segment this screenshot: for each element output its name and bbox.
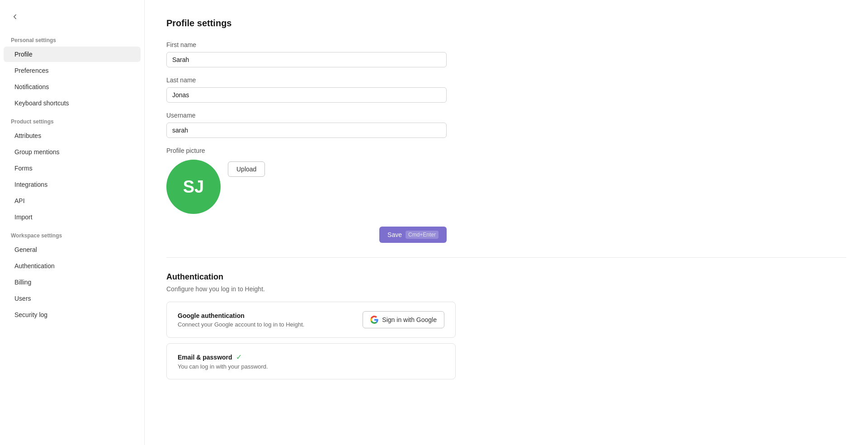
username-input[interactable] — [166, 123, 447, 138]
save-shortcut: Cmd+Enter — [406, 231, 439, 239]
avatar: SJ — [166, 160, 221, 214]
email-password-title: Email & password — [178, 354, 232, 361]
username-label: Username — [166, 112, 447, 119]
email-password-header: Email & password ✓ — [178, 353, 444, 361]
google-auth-card: Google authentication Connect your Googl… — [166, 302, 456, 338]
last-name-label: Last name — [166, 76, 447, 84]
google-icon — [370, 316, 378, 324]
back-icon — [11, 13, 19, 21]
save-button[interactable]: Save Cmd+Enter — [379, 227, 447, 243]
last-name-input[interactable] — [166, 87, 447, 103]
google-auth-description: Connect your Google account to log in to… — [178, 321, 304, 328]
check-icon: ✓ — [236, 353, 242, 361]
email-password-description: You can log in with your password. — [178, 363, 444, 370]
upload-button[interactable]: Upload — [228, 161, 265, 177]
sidebar: Personal settings Profile Preferences No… — [0, 0, 145, 445]
section-divider — [166, 257, 846, 258]
first-name-input[interactable] — [166, 52, 447, 67]
sidebar-item-forms[interactable]: Forms — [4, 161, 141, 176]
sidebar-item-keyboard-shortcuts[interactable]: Keyboard shortcuts — [4, 95, 141, 111]
main-content: Profile settings First name Last name Us… — [145, 0, 868, 445]
google-auth-title: Google authentication — [178, 312, 304, 319]
sidebar-item-attributes[interactable]: Attributes — [4, 128, 141, 143]
email-password-card: Email & password ✓ You can log in with y… — [166, 343, 456, 379]
profile-picture-row: SJ Upload — [166, 160, 846, 214]
authentication-subtitle: Configure how you log in to Height. — [166, 285, 846, 293]
google-auth-info: Google authentication Connect your Googl… — [178, 312, 304, 328]
profile-picture-label: Profile picture — [166, 147, 846, 154]
first-name-label: First name — [166, 41, 447, 48]
sidebar-item-api[interactable]: API — [4, 193, 141, 208]
sidebar-item-general[interactable]: General — [4, 242, 141, 257]
google-signin-button[interactable]: Sign in with Google — [363, 311, 444, 328]
sidebar-item-authentication[interactable]: Authentication — [4, 258, 141, 274]
sidebar-item-notifications[interactable]: Notifications — [4, 79, 141, 95]
google-signin-label: Sign in with Google — [382, 316, 437, 323]
first-name-group: First name — [166, 41, 447, 67]
sidebar-item-security-log[interactable]: Security log — [4, 307, 141, 322]
profile-picture-section: Profile picture SJ Upload — [166, 147, 846, 214]
authentication-section: Authentication Configure how you log in … — [166, 272, 846, 379]
sidebar-item-preferences[interactable]: Preferences — [4, 63, 141, 78]
authentication-title: Authentication — [166, 272, 846, 282]
last-name-group: Last name — [166, 76, 447, 103]
sidebar-item-integrations[interactable]: Integrations — [4, 177, 141, 192]
sidebar-item-group-mentions[interactable]: Group mentions — [4, 144, 141, 160]
username-group: Username — [166, 112, 447, 138]
workspace-settings-label: Workspace settings — [0, 225, 144, 241]
save-row: Save Cmd+Enter — [166, 227, 447, 243]
sidebar-item-users[interactable]: Users — [4, 291, 141, 306]
sidebar-item-profile[interactable]: Profile — [4, 47, 141, 62]
product-settings-label: Product settings — [0, 111, 144, 128]
personal-settings-label: Personal settings — [0, 30, 144, 46]
sidebar-item-billing[interactable]: Billing — [4, 275, 141, 290]
sidebar-item-import[interactable]: Import — [4, 209, 141, 225]
page-title: Profile settings — [166, 18, 846, 28]
back-button[interactable] — [0, 7, 144, 26]
